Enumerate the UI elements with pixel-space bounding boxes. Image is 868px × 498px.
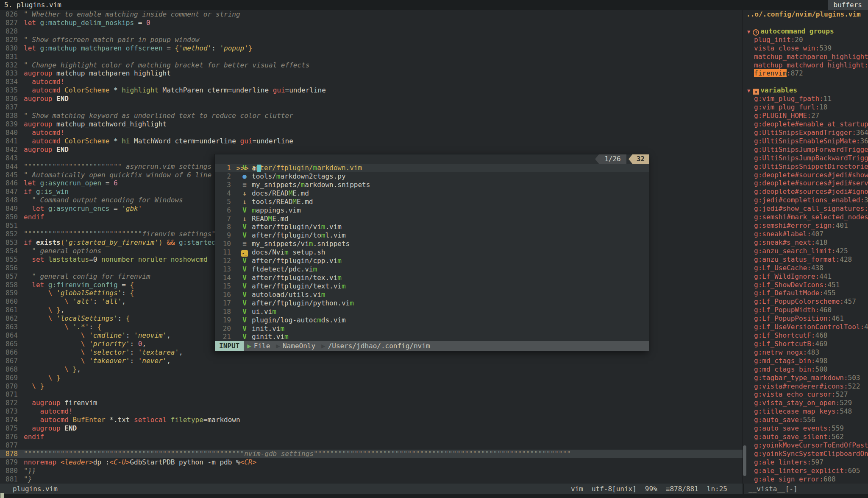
file-result-list[interactable]: 1Vafter/ftplugin/markdown.vim2●tools/mar… <box>215 164 649 341</box>
tag-item[interactable]: g:anzu_status_format:428 <box>743 255 868 264</box>
tag-item[interactable]: g:UltiSnipsSnippetDirectories <box>743 162 868 171</box>
search-input[interactable]: m <box>248 164 256 172</box>
file-result-row[interactable]: 15Vafter/ftplugin/text.vim <box>215 282 649 291</box>
tag-item[interactable]: firenvim:872 <box>743 69 868 78</box>
tag-item[interactable]: g:auto_save_silent:562 <box>743 433 868 441</box>
file-result-row[interactable]: 12Vafter/ftplugin/cpp.vim <box>215 257 649 265</box>
tag-item[interactable]: g:sneak#label:407 <box>743 230 868 238</box>
tag-item[interactable]: g:deoplete#sources#jedi#serv <box>743 179 868 187</box>
file-result-row[interactable]: 17Vafter/ftplugin/python.vim <box>215 299 649 308</box>
file-result-row[interactable]: 10≡my_snippets/vim.snippets <box>215 240 649 248</box>
file-result-row[interactable]: 11▸_docs/Nvim_setup.sh <box>215 248 649 257</box>
tag-item[interactable]: g:anzu_search_limit:425 <box>743 247 868 255</box>
tag-line-number: 539 <box>819 44 832 52</box>
file-result-row[interactable]: 16Vautoload/utils.vim <box>215 291 649 299</box>
tag-item[interactable]: g:Lf_PopupColorscheme:457 <box>743 297 868 306</box>
tag-item[interactable]: g:ale_sign_error:608 <box>743 475 868 484</box>
tag-item[interactable]: g:yoinkSyncSystemClipboardOn <box>743 450 868 458</box>
tag-item[interactable]: g:Lf_ShortcutB:469 <box>743 340 868 348</box>
file-result-row[interactable]: 4↓docs/README.md <box>215 189 649 198</box>
vista-sidebar[interactable]: ..o/.config/nvim/plugins.vim ▼?autocomma… <box>743 10 868 484</box>
tag-item[interactable]: g:jedi#show_call_signatures: <box>743 204 868 213</box>
sidebar-scrollbar[interactable] <box>743 445 746 476</box>
tag-item[interactable]: vista_close_win:539 <box>743 44 868 53</box>
file-result-row[interactable]: 19Vplugin/log-autocmds.vim <box>215 316 649 325</box>
file-result-row[interactable]: 21Vginit.vim <box>215 333 649 341</box>
file-result-row[interactable]: 20Vinit.vim <box>215 325 649 333</box>
fuzzy-finder-prompt[interactable]: >>> m 1/26 32 <box>215 154 649 164</box>
tag-item[interactable]: g:vista_echo_cursor:527 <box>743 390 868 399</box>
code-token: \ <box>64 323 69 331</box>
tag-item[interactable]: g:Lf_ShortcutF:468 <box>743 331 868 340</box>
editor-line: 826" Whether to enable matching inside c… <box>0 10 743 19</box>
tag-item[interactable]: g:titlecase_map_keys:548 <box>743 407 868 416</box>
tab-active-plugins-vim[interactable]: 5. plugins.vim <box>4 1 61 9</box>
code-token <box>24 137 32 145</box>
result-number: 7 <box>215 215 231 223</box>
code-token: " Show matching keyword as underlined te… <box>24 112 293 120</box>
tag-item[interactable]: g:Lf_PopupPosition:461 <box>743 314 868 323</box>
tag-item[interactable]: g:UltiSnipsExpandTrigger:364 <box>743 129 868 137</box>
tag-item[interactable]: g:vim_plug_furl:18 <box>743 103 868 112</box>
chevron-down-icon[interactable]: ▼ <box>747 29 750 35</box>
result-filename: plugin/log-autocmds.vim <box>252 316 346 324</box>
tag-item[interactable]: g:ale_linters_explicit:605 <box>743 467 868 475</box>
file-result-row[interactable]: 18Vui.vim <box>215 308 649 316</box>
file-result-row[interactable]: 13Vftdetect/pdc.vim <box>215 265 649 274</box>
file-result-row[interactable]: 6Vmappings.vim <box>215 206 649 215</box>
chevron-down-icon[interactable]: ▼ <box>747 88 750 94</box>
tag-item[interactable]: g:ale_linters:597 <box>743 458 868 467</box>
tag-item[interactable]: g:tagbar_type_markdown:503 <box>743 374 868 382</box>
snippets-file-icon: ≡ <box>242 181 247 189</box>
tag-item[interactable]: g:md_ctags_bin:498 <box>743 357 868 365</box>
tag-item[interactable]: g:Lf_WildIgnore:441 <box>743 272 868 281</box>
tag-item[interactable]: g:sneak#s_next:418 <box>743 238 868 247</box>
tag-item[interactable]: g:semshi#mark_selected_nodes <box>743 213 868 221</box>
tag-item[interactable]: g:vista_stay_on_open:529 <box>743 399 868 407</box>
tag-item[interactable]: g:Lf_DefaultMode:455 <box>743 289 868 297</box>
tag-item[interactable]: g:PLUGIN_HOME:27 <box>743 112 868 120</box>
tag-item[interactable]: plug_init:20 <box>743 36 868 44</box>
file-result-row[interactable]: 8Vafter/ftplugin/vim.vim <box>215 223 649 231</box>
file-result-row[interactable]: 7↓README.md <box>215 215 649 223</box>
tag-name: matchup_matchparen_highlight <box>754 53 868 61</box>
sidebar-section-header[interactable]: ▼?autocommand groups <box>743 27 868 36</box>
file-result-row[interactable]: 2●tools/markdown2ctags.py <box>215 172 649 181</box>
file-result-row[interactable]: 5↓tools/README.md <box>215 198 649 206</box>
tag-item[interactable]: g:deoplete#sources#jedi#show <box>743 171 868 179</box>
tag-item[interactable]: g:jedi#completions_enabled:3 <box>743 196 868 204</box>
code-token: ColorScheme <box>64 86 109 94</box>
file-result-row[interactable]: 9Vafter/ftplugin/toml.vim <box>215 231 649 240</box>
tag-item[interactable]: g:deoplete#enable_at_startup <box>743 120 868 129</box>
tag-item[interactable]: g:auto_save_events:559 <box>743 424 868 433</box>
file-result-row[interactable]: 1Vafter/ftplugin/markdown.vim <box>215 164 649 172</box>
code-token: =underline <box>285 86 326 94</box>
statusline-right-segments: vimutf-8[unix]99%≡878/881ln:25 <box>571 485 743 493</box>
tag-item[interactable]: g:UltiSnipsJumpBackwardTrigger <box>743 154 868 162</box>
file-result-row[interactable]: 3≡my_snippets/markdown.snippets <box>215 181 649 189</box>
sidebar-section-header[interactable]: ▼xvariables <box>743 86 868 95</box>
file-result-row[interactable]: 14Vafter/ftplugin/tex.vim <box>215 274 649 282</box>
code-token <box>24 86 32 94</box>
tag-item[interactable]: g:vim_plug_fpath:11 <box>743 95 868 103</box>
tag-item[interactable]: g:semshi#error_sign:401 <box>743 221 868 230</box>
tag-item[interactable]: g:UltiSnipsJumpForwardTrigger <box>743 145 868 154</box>
tag-item[interactable]: g:vista#renderer#icons:522 <box>743 382 868 391</box>
tabline-buffers-label[interactable]: buffers <box>828 0 868 10</box>
tag-item[interactable]: g:deoplete#sources#jedi#igno <box>743 187 868 196</box>
tag-item[interactable]: matchup_matchword_highlight: <box>743 61 868 70</box>
tag-item[interactable]: g:Lf_PopupWidth:460 <box>743 306 868 314</box>
tag-item[interactable]: matchup_matchparen_highlight <box>743 53 868 61</box>
tag-item[interactable]: g:netrw_nogx:483 <box>743 348 868 357</box>
line-number: 828 <box>0 27 18 36</box>
editor-line: 836augroup END <box>0 95 743 103</box>
tag-item[interactable]: g:Lf_ShowDevIcons:451 <box>743 281 868 289</box>
tag-item[interactable]: g:yoinkMoveCursorToEndOfPaste <box>743 441 868 450</box>
line-number: 830 <box>0 44 18 53</box>
tag-item[interactable]: g:Lf_UseCache:438 <box>743 264 868 272</box>
tag-item[interactable]: g:md_ctags_bin:500 <box>743 365 868 374</box>
tag-item[interactable]: g:Lf_UseVersionControlTool:4 <box>743 323 868 331</box>
tag-item[interactable]: g:UltiSnipsEnableSnipMate:36 <box>743 137 868 145</box>
code-token <box>24 314 48 322</box>
tag-item[interactable]: g:auto_save:556 <box>743 416 868 424</box>
